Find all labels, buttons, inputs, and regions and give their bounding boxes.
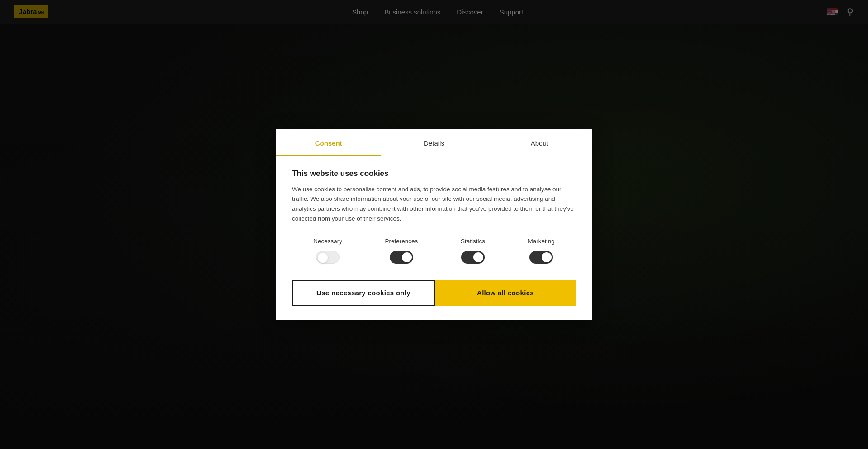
toggle-group-statistics: Statistics (461, 238, 485, 264)
toggle-label-preferences: Preferences (385, 238, 418, 245)
tab-about[interactable]: About (487, 129, 592, 156)
toggle-group-necessary: Necessary (313, 238, 342, 264)
toggle-knob-marketing (542, 252, 552, 262)
toggle-group-preferences: Preferences (385, 238, 418, 264)
cookie-modal: Consent Details About This website uses … (276, 129, 592, 320)
toggle-group-marketing: Marketing (528, 238, 554, 264)
toggle-knob-preferences (402, 252, 412, 262)
btn-necessary-only[interactable]: Use necessary cookies only (292, 280, 435, 306)
tab-consent[interactable]: Consent (276, 129, 381, 156)
toggle-label-marketing: Marketing (528, 238, 554, 245)
btn-allow-all[interactable]: Allow all cookies (435, 280, 576, 306)
toggle-necessary[interactable] (316, 251, 340, 264)
toggle-knob-statistics (473, 252, 483, 262)
toggle-knob-necessary (318, 253, 328, 263)
modal-buttons: Use necessary cookies only Allow all coo… (292, 280, 576, 306)
overlay: Consent Details About This website uses … (0, 0, 868, 449)
toggle-preferences[interactable] (390, 251, 413, 264)
toggle-label-necessary: Necessary (313, 238, 342, 245)
tab-details[interactable]: Details (381, 129, 486, 156)
modal-description: We use cookies to personalise content an… (292, 184, 576, 223)
toggles-row: Necessary Preferences Statistics (292, 238, 576, 264)
toggle-marketing[interactable] (529, 251, 553, 264)
modal-body: This website uses cookies We use cookies… (276, 156, 592, 320)
modal-tabs: Consent Details About (276, 129, 592, 156)
modal-title: This website uses cookies (292, 169, 576, 178)
toggle-label-statistics: Statistics (461, 238, 485, 245)
toggle-statistics[interactable] (461, 251, 485, 264)
